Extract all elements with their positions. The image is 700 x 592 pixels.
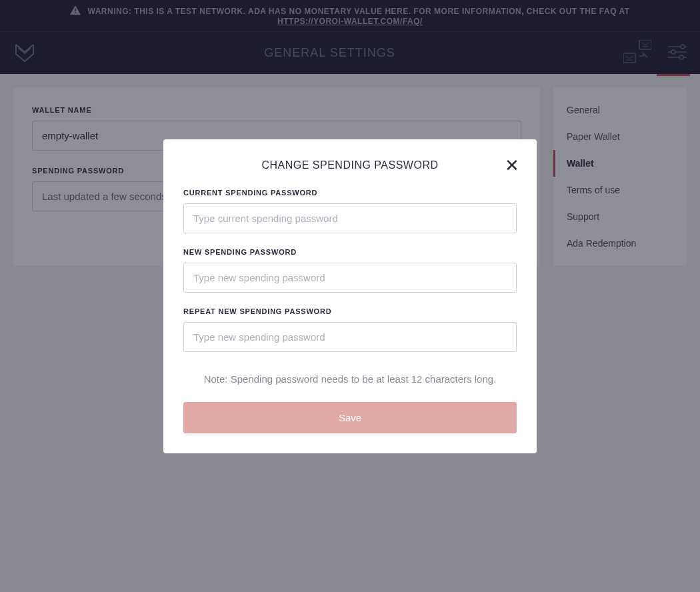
repeat-password-input[interactable] [183,322,517,352]
new-password-label: NEW SPENDING PASSWORD [183,248,517,256]
modal-overlay[interactable]: CHANGE SPENDING PASSWORD ✕ CURRENT SPEND… [0,0,700,592]
current-password-input[interactable] [183,203,517,233]
close-icon[interactable]: ✕ [505,157,519,174]
current-password-label: CURRENT SPENDING PASSWORD [183,189,517,197]
repeat-password-label: REPEAT NEW SPENDING PASSWORD [183,307,517,315]
save-button[interactable]: Save [183,402,517,433]
change-spending-password-modal: CHANGE SPENDING PASSWORD ✕ CURRENT SPEND… [163,139,537,453]
password-note: Note: Spending password needs to be at l… [183,373,517,385]
modal-title: CHANGE SPENDING PASSWORD [183,159,517,171]
new-password-input[interactable] [183,263,517,293]
